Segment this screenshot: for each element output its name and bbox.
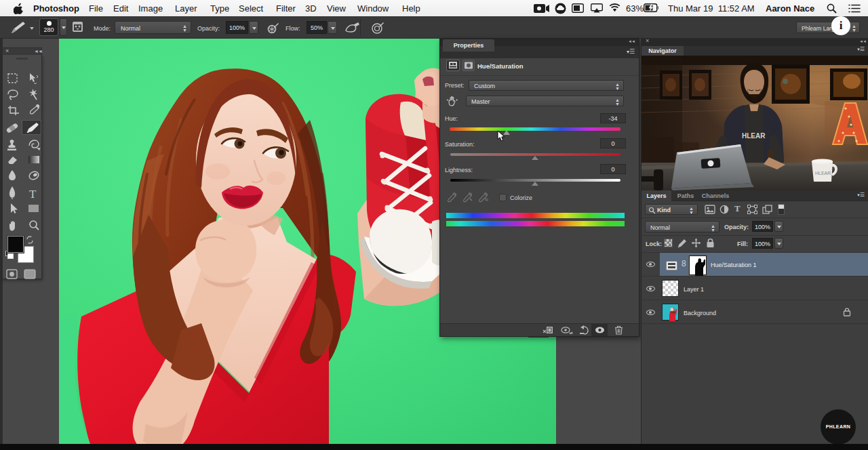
- svg-text:T: T: [29, 188, 37, 201]
- svg-text:HLEAR: HLEAR: [742, 132, 766, 140]
- svg-text:HLEAR: HLEAR: [815, 171, 831, 176]
